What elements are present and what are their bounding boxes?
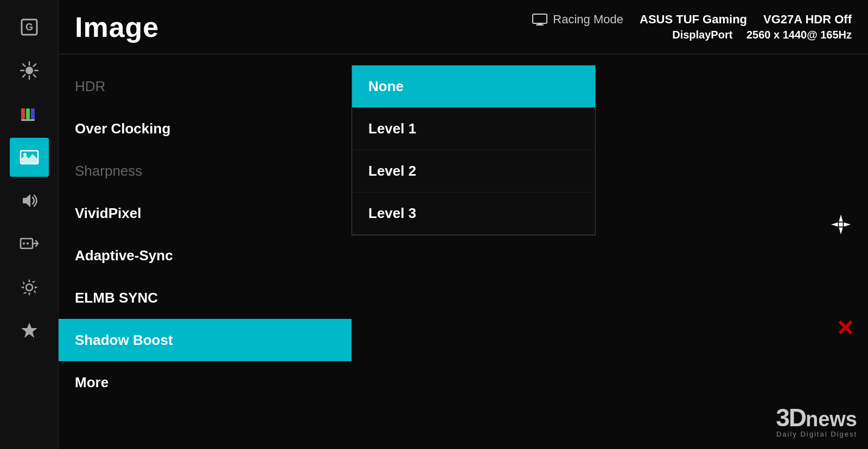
watermark-news: news — [806, 408, 857, 431]
sidebar-item-brightness[interactable] — [10, 51, 49, 90]
menu-item-vividpixel[interactable]: VividPixel — [59, 192, 352, 234]
svg-marker-29 — [844, 222, 851, 226]
svg-rect-12 — [26, 108, 30, 119]
monitor-icon — [532, 14, 547, 25]
sidebar: G — [0, 0, 59, 449]
sidebar-item-audio[interactable] — [10, 181, 49, 220]
submenu-panel: None Level 1 Level 2 Level 3 — [352, 65, 596, 235]
menu-item-hdr[interactable]: HDR — [59, 65, 352, 107]
sidebar-item-game[interactable]: G — [10, 8, 49, 47]
menu-item-adaptive-sync[interactable]: Adaptive-Sync — [59, 234, 352, 277]
nav-cross-icon[interactable] — [830, 214, 852, 235]
sidebar-item-image[interactable] — [10, 138, 49, 177]
close-button[interactable]: ✕ — [836, 316, 854, 341]
model-label: VG27A HDR Off — [763, 12, 852, 27]
submenu-item-none[interactable]: None — [352, 66, 595, 108]
sidebar-item-input[interactable] — [10, 224, 49, 264]
sidebar-item-favorites[interactable] — [10, 311, 49, 350]
svg-rect-13 — [31, 108, 35, 119]
header: Image Racing Mode ASUS TUF Gaming VG27A … — [59, 0, 868, 54]
svg-marker-22 — [21, 323, 37, 338]
brand-label: ASUS TUF Gaming — [640, 12, 747, 27]
resolution-label: 2560 x 1440@ 165Hz — [746, 29, 852, 41]
svg-marker-28 — [831, 222, 838, 226]
svg-line-10 — [23, 75, 25, 77]
header-info: Racing Mode ASUS TUF Gaming VG27A HDR Of… — [532, 12, 852, 41]
menu-panel: HDR Over Clocking Sharpness VividPixel A… — [59, 54, 352, 449]
watermark: 3D news Daily Digital Digest — [776, 403, 857, 438]
svg-rect-11 — [21, 108, 25, 119]
svg-point-18 — [23, 242, 25, 245]
svg-marker-27 — [839, 227, 843, 234]
svg-line-7 — [23, 64, 25, 66]
connection-label: DisplayPort — [672, 29, 732, 41]
watermark-subtitle: Daily Digital Digest — [776, 430, 857, 438]
svg-text:G: G — [25, 22, 33, 33]
svg-point-16 — [23, 153, 27, 156]
submenu-item-level3[interactable]: Level 3 — [352, 193, 595, 235]
svg-line-8 — [33, 75, 35, 77]
svg-point-2 — [25, 67, 33, 74]
main-content: HDR Over Clocking Sharpness VividPixel A… — [59, 54, 868, 449]
svg-marker-26 — [839, 215, 843, 222]
sidebar-item-color[interactable] — [10, 94, 49, 133]
menu-item-sharpness[interactable]: Sharpness — [59, 150, 352, 192]
header-mode: Racing Mode ASUS TUF Gaming VG27A HDR Of… — [532, 12, 852, 27]
sidebar-item-settings[interactable] — [10, 268, 49, 307]
menu-item-elmb-sync[interactable]: ELMB SYNC — [59, 277, 352, 319]
menu-item-more[interactable]: More — [59, 361, 352, 403]
menu-item-overclocking[interactable]: Over Clocking — [59, 107, 352, 150]
submenu-item-level1[interactable]: Level 1 — [352, 108, 595, 150]
svg-rect-14 — [21, 119, 35, 121]
svg-line-9 — [33, 64, 35, 66]
watermark-3d: 3D — [776, 403, 806, 432]
svg-rect-30 — [839, 222, 843, 226]
menu-item-shadow-boost[interactable]: Shadow Boost — [59, 319, 352, 361]
svg-point-21 — [26, 284, 33, 291]
svg-point-19 — [27, 242, 29, 245]
page-title: Image — [75, 11, 159, 43]
svg-rect-23 — [533, 14, 547, 23]
svg-rect-25 — [536, 24, 544, 25]
submenu-item-level2[interactable]: Level 2 — [352, 150, 595, 193]
header-specs: DisplayPort 2560 x 1440@ 165Hz — [672, 29, 852, 41]
racing-mode-label: Racing Mode — [553, 12, 623, 27]
